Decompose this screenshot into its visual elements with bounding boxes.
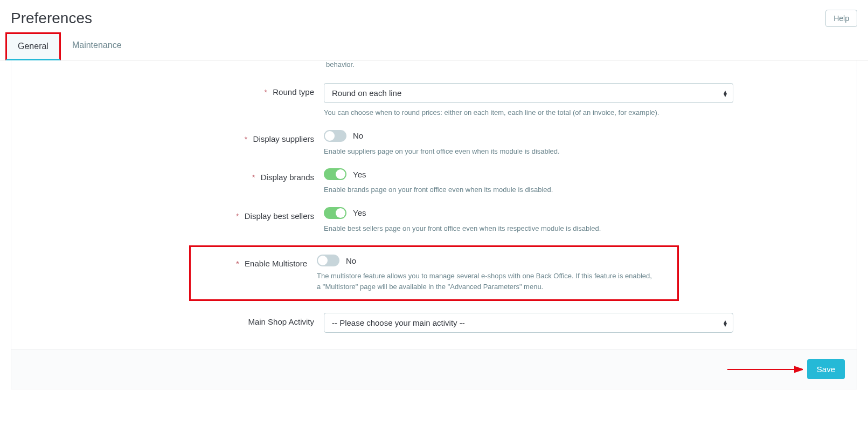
field-enable-multistore: No The multistore feature allows you to … — [317, 255, 677, 292]
field-display-best-sellers: Yes Enable best sellers page on your fro… — [324, 207, 755, 234]
label-text: Display brands — [261, 173, 314, 182]
svg-marker-1 — [795, 367, 803, 372]
label-text: Display suppliers — [253, 134, 314, 143]
tab-maintenance[interactable]: Maintenance — [61, 32, 133, 60]
row-enable-multistore: * Enable Multistore No The multistore fe… — [191, 255, 677, 292]
row-round-type: * Round type Round on each line ▴▾ You c… — [11, 83, 857, 118]
field-main-shop-activity: -- Please choose your main activity -- ▴… — [324, 313, 755, 333]
help-display-suppliers: Enable suppliers page on your front offi… — [324, 146, 733, 157]
toggle-state-label: Yes — [353, 170, 366, 179]
form-container: behavior. * Round type Round on each lin… — [11, 60, 857, 389]
label-display-brands: * Display brands — [11, 168, 324, 182]
row-display-brands: * Display brands Yes Enable brands page … — [11, 168, 857, 195]
label-enable-multistore: * Enable Multistore — [191, 255, 317, 268]
save-button[interactable]: Save — [807, 359, 845, 379]
display-brands-toggle[interactable] — [324, 168, 346, 180]
card-footer: Save — [11, 349, 857, 389]
tab-general[interactable]: General — [5, 32, 61, 60]
toggle-state-label: Yes — [353, 208, 366, 217]
label-display-best-sellers: * Display best sellers — [11, 207, 324, 221]
label-text: Display best sellers — [245, 211, 314, 221]
display-suppliers-toggle[interactable] — [324, 130, 346, 142]
main-shop-activity-select[interactable]: -- Please choose your main activity -- — [324, 313, 733, 333]
help-button[interactable]: Help — [825, 10, 857, 27]
row-display-best-sellers: * Display best sellers Yes Enable best s… — [11, 207, 857, 234]
label-main-shop-activity: Main Shop Activity — [11, 313, 324, 326]
toggle-state-label: No — [353, 131, 363, 140]
required-star-icon: * — [264, 87, 267, 97]
required-star-icon: * — [236, 259, 239, 268]
required-star-icon: * — [252, 173, 255, 182]
label-display-suppliers: * Display suppliers — [11, 130, 324, 143]
field-round-type: Round on each line ▴▾ You can choose whe… — [324, 83, 755, 118]
help-enable-multistore: The multistore feature allows you to man… — [317, 271, 656, 292]
help-display-best-sellers: Enable best sellers page on your front o… — [324, 223, 733, 234]
field-display-brands: Yes Enable brands page on your front off… — [324, 168, 755, 195]
required-star-icon: * — [236, 211, 239, 221]
display-best-sellers-toggle[interactable] — [324, 207, 346, 219]
row-display-suppliers: * Display suppliers No Enable suppliers … — [11, 130, 857, 157]
field-display-suppliers: No Enable suppliers page on your front o… — [324, 130, 755, 157]
enable-multistore-toggle[interactable] — [317, 255, 339, 266]
content-area: behavior. * Round type Round on each lin… — [0, 60, 868, 400]
page-header: Preferences Help — [0, 0, 868, 32]
round-type-select[interactable]: Round on each line — [324, 83, 733, 103]
label-text: Round type — [273, 87, 314, 97]
required-star-icon: * — [245, 134, 248, 143]
arrow-annotation-icon — [727, 364, 803, 375]
label-round-type: * Round type — [11, 83, 324, 97]
highlight-enable-multistore: * Enable Multistore No The multistore fe… — [189, 245, 679, 301]
help-display-brands: Enable brands page on your front office … — [324, 184, 733, 195]
label-text: Enable Multistore — [245, 259, 307, 268]
tabs: General Maintenance — [0, 32, 868, 60]
page-title: Preferences — [11, 10, 92, 27]
truncated-help-text: behavior. — [11, 60, 857, 71]
help-round-type: You can choose when to round prices: eit… — [324, 107, 733, 118]
toggle-state-label: No — [346, 256, 356, 265]
label-text: Main Shop Activity — [248, 317, 314, 326]
row-main-shop-activity: Main Shop Activity -- Please choose your… — [11, 313, 857, 333]
